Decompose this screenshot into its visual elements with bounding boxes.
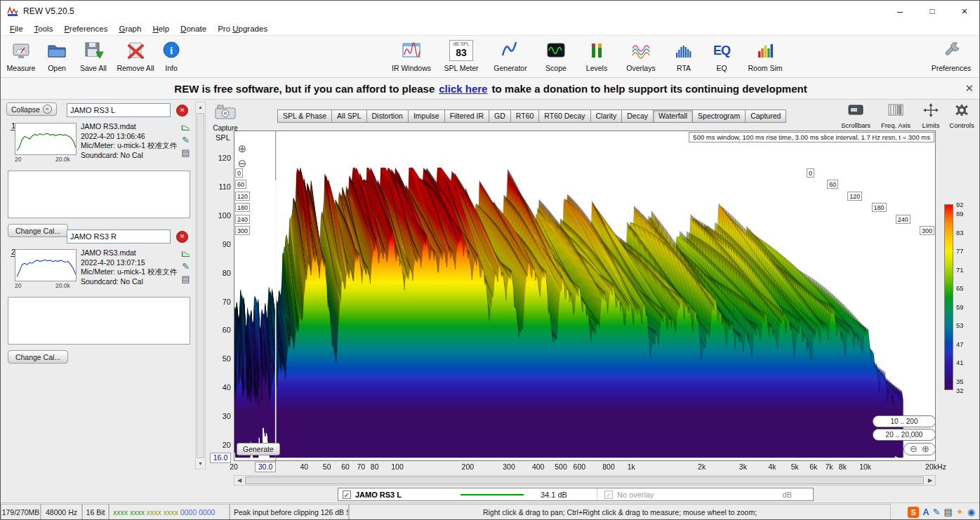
measurement-1-card[interactable]: 1 20 20.0k JAMO RS3.mdat 2022-4-20 13:06…	[5, 120, 193, 164]
freq-tick-300: 300	[503, 462, 515, 471]
menu-tools[interactable]: Tools	[29, 23, 59, 37]
range-full-button[interactable]: 20 .. 20,000	[873, 429, 936, 441]
trace-settings-icon[interactable]: 📉︎	[181, 249, 190, 258]
generator-icon	[500, 38, 521, 63]
legend-trace-name[interactable]: JAMO RS3 L	[355, 491, 461, 499]
tab-filtered-ir[interactable]: Filtered IR	[445, 109, 489, 123]
tab-rt60[interactable]: RT60	[511, 109, 540, 123]
measurement-1-delete-button[interactable]: ✕	[176, 105, 188, 116]
language-icon[interactable]: A	[922, 507, 929, 518]
notes-sheet-icon[interactable]: ▤	[181, 274, 190, 284]
measurement-1-notes[interactable]	[8, 171, 190, 218]
axis-zoom-buttons: ⊖ ⊕	[903, 443, 936, 455]
measurement-2-notes[interactable]	[8, 297, 190, 345]
close-button[interactable]: ×	[948, 1, 980, 22]
trace-settings-icon[interactable]: 📉︎	[181, 123, 190, 132]
freq-axis-tool-button[interactable]: Freq. Axis	[877, 103, 915, 129]
save-all-button[interactable]: Save All	[75, 38, 112, 72]
tab-all-spl[interactable]: All SPL	[332, 109, 366, 123]
zoom-out-button[interactable]: ⊖	[237, 158, 248, 169]
clipboard-icon[interactable]: ◉	[967, 507, 975, 518]
scroll-up-icon[interactable]: ▲	[196, 102, 205, 112]
notes-sheet-icon[interactable]: ▤	[181, 148, 190, 157]
tab-gd[interactable]: GD	[489, 109, 511, 123]
waterfall-canvas[interactable]	[234, 131, 936, 462]
measurement-2-delete-button[interactable]: ✕	[176, 231, 188, 243]
measurement-1-filename: JAMO RS3.mdat	[81, 122, 178, 132]
scope-button[interactable]: Scope	[541, 38, 571, 72]
measurement-2-name-input[interactable]	[67, 229, 171, 244]
edit-notes-icon[interactable]: ✎	[182, 262, 190, 271]
rta-button[interactable]: RTA	[670, 38, 697, 72]
scroll-right-icon[interactable]: ▶	[925, 476, 935, 485]
menu-graph[interactable]: Graph	[113, 23, 147, 37]
tab-waterfall[interactable]: Waterfall	[654, 109, 693, 123]
tab-spectrogram[interactable]: Spectrogram	[693, 109, 746, 123]
capture-button[interactable]: Capture	[210, 103, 241, 132]
waterfall-plot-area[interactable]	[234, 131, 936, 461]
minimize-button[interactable]: –	[884, 1, 916, 22]
measure-button[interactable]: Measure	[4, 38, 39, 72]
tab-decay[interactable]: Decay	[622, 109, 654, 123]
overlay-checkbox[interactable]: ✓	[604, 491, 613, 499]
overlays-button[interactable]: Overlays	[623, 38, 659, 72]
sidebar-scrollbar[interactable]: ▲ ▼	[195, 102, 206, 469]
scroll-down-icon[interactable]: ▼	[196, 459, 205, 469]
banner-close-icon[interactable]: ✕	[965, 82, 974, 95]
measurement-2-card[interactable]: 2 20 20.0k JAMO RS3.mdat 2022-4-20 13:07…	[5, 246, 193, 290]
tab-impulse[interactable]: Impulse	[409, 109, 445, 123]
measurement-1-name-input[interactable]	[67, 103, 171, 117]
range-low-button[interactable]: 10 .. 200	[873, 415, 936, 427]
tools-icon[interactable]: ✦	[956, 507, 964, 518]
edit-notes-icon[interactable]: ✎	[182, 135, 190, 145]
generator-button[interactable]: Generator	[491, 38, 530, 72]
sogou-icon[interactable]: S	[908, 507, 919, 518]
hscroll-thumb[interactable]	[245, 476, 924, 484]
scrollbar-thumb[interactable]	[197, 113, 204, 458]
measurement-2-thumbnail[interactable]	[15, 249, 77, 281]
menu-preferences[interactable]: Preferences	[58, 23, 113, 37]
menu-file[interactable]: File	[4, 23, 29, 37]
eq-button[interactable]: EQ EQ	[708, 38, 735, 72]
levels-button[interactable]: Levels	[582, 38, 611, 72]
eq-icon: EQ	[713, 38, 730, 63]
scroll-left-icon[interactable]: ◀	[234, 476, 244, 485]
generate-button[interactable]: Generate	[237, 443, 280, 455]
donate-link[interactable]: click here	[439, 83, 487, 95]
menu-help[interactable]: Help	[147, 23, 175, 37]
plot-horizontal-scrollbar[interactable]: ◀ ▶	[234, 475, 936, 486]
tab-spl-phase[interactable]: SPL & Phase	[277, 109, 332, 123]
graph-tabs: SPL & PhaseAll SPLDistortionImpulseFilte…	[277, 109, 786, 123]
pen-icon[interactable]: ✎	[933, 507, 941, 518]
scrollbars-tool-button[interactable]: Scrollbars	[836, 103, 875, 129]
calibration-status: xxxx xxxx xxxx xxxx 0000 0000	[109, 504, 230, 520]
measurement-1-change-cal-button[interactable]: Change Cal...	[8, 224, 68, 237]
remove-all-button[interactable]: Remove All	[114, 38, 157, 72]
keyboard-icon[interactable]: ▤	[943, 507, 952, 518]
tab-rt60-decay[interactable]: RT60 Decay	[539, 109, 590, 123]
trace-visible-checkbox[interactable]: ✓	[343, 491, 351, 499]
ir-windows-button[interactable]: IR Windows	[391, 38, 432, 72]
freq-tick-8k: 8k	[839, 462, 847, 471]
axis-zoom-out-icon[interactable]: ⊖	[910, 444, 918, 455]
banner-text-after: to make a donation to help support its c…	[491, 83, 807, 95]
freq-tick-5k: 5k	[791, 462, 799, 471]
zoom-in-button[interactable]: ⊕	[237, 143, 248, 154]
limits-tool-button[interactable]: Limits	[918, 103, 944, 129]
controls-tool-button[interactable]: Controls	[946, 103, 978, 129]
menu-donate[interactable]: Donate	[175, 23, 212, 37]
axis-zoom-in-icon[interactable]: ⊕	[922, 444, 929, 455]
maximize-button[interactable]: □	[916, 1, 948, 22]
spl-meter-button[interactable]: dB SPL 83 SPL Meter	[443, 38, 479, 72]
info-button[interactable]: i Info	[159, 38, 183, 72]
open-button[interactable]: Open	[41, 38, 72, 72]
preferences-button[interactable]: Preferences	[929, 38, 974, 72]
room-sim-button[interactable]: Room Sim	[746, 38, 784, 72]
tab-distortion[interactable]: Distortion	[367, 109, 409, 123]
measurement-1-thumbnail[interactable]	[15, 123, 77, 155]
measurement-2-change-cal-button[interactable]: Change Cal...	[8, 350, 68, 364]
tab-clarity[interactable]: Clarity	[591, 109, 623, 123]
collapse-sidebar-button[interactable]: Collapse «	[6, 102, 57, 116]
menu-pro-upgrades[interactable]: Pro Upgrades	[212, 23, 273, 37]
tab-captured[interactable]: Captured	[746, 109, 786, 123]
